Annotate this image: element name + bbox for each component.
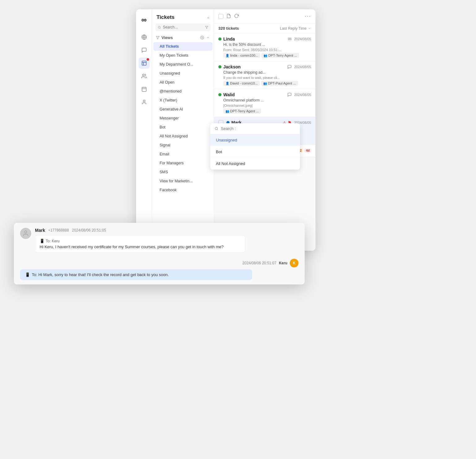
more-menu-icon[interactable]: ··· bbox=[305, 13, 311, 19]
funnel-icon bbox=[156, 36, 160, 40]
nav-item-bot[interactable]: Bot bbox=[153, 123, 212, 132]
nav-item-view-for-marketing[interactable]: View for Marketin... bbox=[153, 177, 212, 185]
chat-phone: +177868888 bbox=[48, 228, 69, 232]
sms-icon: 📱 bbox=[40, 239, 45, 243]
views-icons bbox=[200, 36, 210, 40]
ticket-date: 2024/08/05 bbox=[294, 37, 311, 41]
collapse-button[interactable]: « bbox=[207, 15, 209, 20]
dropdown-item-bot[interactable]: Bot bbox=[210, 146, 300, 158]
chat-channel-icon bbox=[287, 93, 292, 97]
nav-item-twitter[interactable]: X (Twitter) bbox=[153, 96, 212, 105]
nav-item-facebook[interactable]: Facebook bbox=[153, 186, 212, 194]
nav-item-sms[interactable]: SMS bbox=[153, 168, 212, 176]
ticket-card-linda[interactable]: Linda ✉ 2024/08/05 Hi, is the 50% discou… bbox=[214, 33, 315, 61]
nav-item-all-not-assigned[interactable]: All Not Assigned bbox=[153, 132, 212, 141]
svg-marker-12 bbox=[156, 36, 159, 39]
chat-to: 📱 To: Keru bbox=[40, 239, 241, 243]
ticket-tags: 👤David - comm10... 👥DPT-Paul Agent ... bbox=[218, 81, 311, 86]
person-icon: 👤 bbox=[225, 54, 229, 57]
refresh-icon[interactable] bbox=[234, 14, 239, 19]
chat-username: Mark bbox=[35, 228, 45, 233]
nav-items: All Tickets My Open Tickets My Departmen… bbox=[152, 42, 214, 251]
search-icon bbox=[158, 25, 161, 29]
toolbar-left bbox=[218, 14, 239, 19]
app-logo: ∞ bbox=[139, 14, 150, 25]
sort-arrow-icon bbox=[308, 27, 311, 30]
sidebar-icon-tickets[interactable] bbox=[139, 58, 150, 69]
dropdown-item-unassigned[interactable]: Unassigned bbox=[210, 134, 300, 146]
svg-point-3 bbox=[142, 74, 144, 76]
logo-icon: ∞ bbox=[141, 15, 147, 24]
ticket-username: Linda bbox=[223, 37, 235, 41]
chat-reply-bubble: 📱 To: Hi Mark, sorry to hear that! I'll … bbox=[20, 269, 252, 280]
svg-point-16 bbox=[24, 231, 27, 233]
nav-item-my-open[interactable]: My Open Tickets bbox=[153, 51, 212, 60]
chevron-up-icon[interactable] bbox=[206, 36, 210, 40]
svg-rect-2 bbox=[142, 61, 146, 65]
tickets-meta: 320 tickets Last Reply Time bbox=[214, 24, 315, 33]
ticket-top: Linda ✉ 2024/08/05 bbox=[218, 37, 311, 41]
ticket-date: 2024/08/05 bbox=[294, 65, 311, 69]
status-dot-green bbox=[218, 37, 221, 41]
settings-icon[interactable] bbox=[200, 36, 204, 40]
dropdown-search-input[interactable] bbox=[221, 126, 296, 131]
ticket-card-walid[interactable]: Walid 2024/08/05 Omnichannel platform ..… bbox=[214, 89, 315, 117]
email-channel-icon: ✉ bbox=[288, 37, 292, 41]
chat-message-text: Hi Keru, I haven't received my certifica… bbox=[40, 245, 224, 249]
nav-item-signal[interactable]: Signal bbox=[153, 141, 212, 149]
ticket-preview2: If you do not want to wait, please cli..… bbox=[218, 76, 311, 80]
ticket-icons: ✉ 2024/08/05 bbox=[288, 37, 311, 41]
ticket-preview: Change the shipping ad... bbox=[218, 70, 311, 75]
ticket-tag-dept: 👥DPT-Terry Agent ... bbox=[223, 109, 261, 114]
ticket-icons: 2024/08/05 bbox=[287, 93, 311, 97]
ticket-tags: 👤linda - comm100... 👥DPT-Terry Agent ... bbox=[218, 53, 311, 58]
ticket-username: Walid bbox=[223, 92, 235, 97]
chat-popup: Mark +177868888 2024/08/06 20:51:05 📱 To… bbox=[14, 223, 305, 284]
svg-line-15 bbox=[217, 129, 218, 130]
ticket-tags: 👥DPT-Terry Agent ... bbox=[218, 109, 311, 114]
status-dot-green bbox=[218, 93, 221, 96]
dropdown-item-all-not-assigned[interactable]: All Not Assigned bbox=[210, 158, 300, 170]
ticket-list-panel: Tickets « Views All Tickets My Open Tick bbox=[152, 9, 214, 251]
sidebar-icon-team[interactable] bbox=[139, 71, 150, 82]
svg-rect-4 bbox=[142, 87, 146, 92]
nav-item-all-tickets[interactable]: All Tickets bbox=[153, 42, 212, 51]
nav-item-my-dept[interactable]: My Department O... bbox=[153, 60, 212, 69]
nav-item-mentioned[interactable]: @mentioned bbox=[153, 87, 212, 96]
chat-reply-meta: 2024/08/06 20:51:07 Keru K bbox=[242, 259, 298, 267]
svg-point-14 bbox=[215, 127, 218, 130]
ticket-tag-dept: 👥DPT-Paul Agent ... bbox=[261, 81, 298, 86]
sidebar-icon-globe[interactable] bbox=[139, 32, 150, 43]
ticket-card-jackson[interactable]: Jackson 2024/08/05 Change the shipping a… bbox=[214, 61, 315, 89]
nav-item-generative-ai[interactable]: Generative AI bbox=[153, 105, 212, 114]
notes-icon[interactable] bbox=[226, 14, 231, 19]
svg-marker-11 bbox=[205, 26, 208, 28]
chat-channel-icon bbox=[287, 65, 292, 69]
nav-item-for-managers[interactable]: For Managers bbox=[153, 159, 212, 167]
ticket-user: Jackson bbox=[218, 64, 241, 69]
search-bar[interactable] bbox=[155, 24, 211, 31]
ticket-preview2: [Omnichannel.jpeg] bbox=[218, 104, 311, 107]
ticket-top: Walid 2024/08/05 bbox=[218, 92, 311, 97]
nav-item-unassigned[interactable]: Unassigned bbox=[153, 69, 212, 78]
chat-reply-row: 2024/08/06 20:51:07 Keru K 📱 To: Hi Mark… bbox=[14, 256, 305, 284]
tickets-badge bbox=[147, 58, 149, 61]
ticket-top: Jackson 2024/08/05 bbox=[218, 64, 311, 69]
sidebar-icon-user-shield[interactable] bbox=[139, 97, 150, 108]
select-all-checkbox[interactable] bbox=[218, 14, 223, 19]
sidebar-icon-chat[interactable] bbox=[139, 45, 150, 56]
search-input[interactable] bbox=[163, 25, 203, 29]
sidebar-icon-calendar[interactable] bbox=[139, 84, 150, 95]
nav-item-email[interactable]: Email bbox=[153, 150, 212, 158]
filter-icon[interactable] bbox=[205, 25, 208, 29]
status-dot-green bbox=[218, 65, 221, 68]
chat-timestamp: 2024/08/06 20:51:05 bbox=[72, 228, 106, 232]
dropdown-search[interactable] bbox=[210, 123, 300, 134]
svg-point-8 bbox=[143, 100, 145, 102]
nav-item-messenger[interactable]: Messenger bbox=[153, 114, 212, 123]
nav-item-all-open[interactable]: All Open bbox=[153, 78, 212, 87]
reply-sms-icon: 📱 bbox=[25, 272, 30, 277]
ticket-username: Jackson bbox=[223, 64, 241, 69]
dropdown-overlay: Unassigned Bot All Not Assigned bbox=[210, 123, 300, 170]
sort-label[interactable]: Last Reply Time bbox=[280, 26, 311, 31]
